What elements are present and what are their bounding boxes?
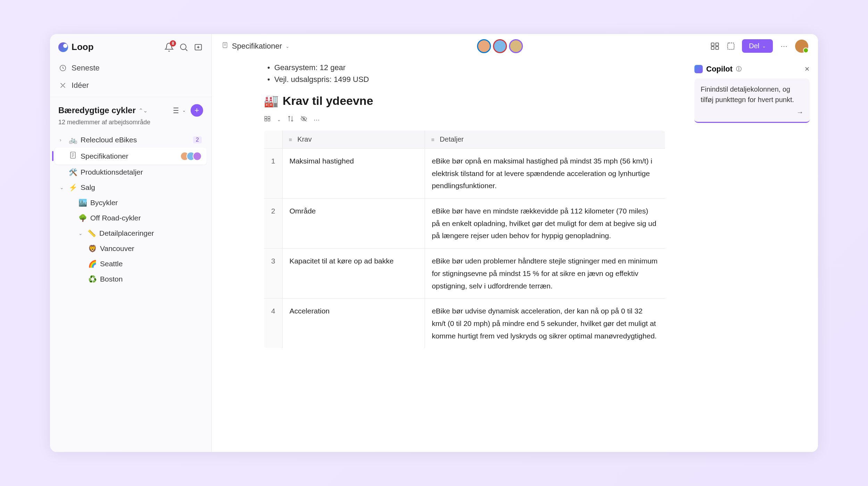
tree-relecloud[interactable]: › 🚲 Relecloud eBikes 2 (55, 132, 207, 148)
cell-detaljer[interactable]: eBike bør have en mindste rækkevidde på … (425, 199, 665, 249)
chevron-updown-icon: ⌃⌄ (139, 107, 148, 114)
row-number: 1 (264, 149, 283, 199)
cell-krav[interactable]: Maksimal hastighed (282, 149, 425, 199)
workspace-section: Bæredygtige cykler ⌃⌄ ⌄ + 12 medlemmer a… (50, 97, 211, 292)
rainbow-icon: 🌈 (88, 260, 97, 268)
component-button[interactable] (726, 41, 736, 51)
presence-avatar[interactable] (477, 39, 491, 53)
tree-item-label: Off Road-cykler (90, 214, 141, 222)
bolt-icon: ⚡ (69, 183, 77, 192)
table-row[interactable]: 3 Kapacitet til at køre op ad bakke eBik… (264, 249, 665, 299)
col-header-krav[interactable]: ≡ Krav (282, 131, 425, 149)
list-view-button[interactable]: ⌄ (172, 106, 186, 115)
tree-item-label: Specifikationer (81, 152, 128, 160)
row-number: 3 (264, 249, 283, 299)
tree-seattle[interactable]: 🌈 Seattle (55, 256, 207, 271)
lightbulb-icon (59, 82, 67, 89)
page-tree: › 🚲 Relecloud eBikes 2 Specifikationer (55, 131, 207, 288)
ruler-icon: 📏 (87, 229, 96, 237)
cell-detaljer[interactable]: eBike bør uden problemer håndtere stejle… (425, 249, 665, 299)
add-page-button[interactable]: + (191, 104, 203, 117)
copilot-title: Copilot (706, 65, 733, 74)
col-header-detaljer[interactable]: ≡ Detaljer (425, 131, 665, 149)
app-window: Loop 8 Seneste (50, 34, 818, 452)
nav-recent[interactable]: Seneste (53, 59, 208, 77)
tree-item-label: Bycykler (90, 199, 118, 207)
presence-avatar[interactable] (493, 39, 507, 53)
more-table-button[interactable]: ⋯ (314, 116, 320, 124)
presence-avatars (183, 152, 202, 161)
tree-item-label: Detailplaceringer (99, 229, 154, 237)
new-page-button[interactable] (193, 42, 203, 52)
breadcrumb-title: Specifikationer (232, 42, 282, 51)
document-icon (69, 151, 77, 161)
chevron-down-icon: ⌄ (60, 185, 65, 190)
table-row[interactable]: 1 Maksimal hastighed eBike bør opnå en m… (264, 149, 665, 199)
cell-krav[interactable]: Område (282, 199, 425, 249)
text-icon: ≡ (289, 137, 292, 143)
svg-rect-9 (728, 43, 734, 49)
submit-arrow-button[interactable]: → (796, 108, 803, 116)
tree-boston[interactable]: ♻️ Boston (55, 271, 207, 287)
app-logo-area[interactable]: Loop (58, 42, 94, 52)
tree-item-label: Seattle (100, 260, 123, 268)
search-button[interactable] (179, 42, 189, 52)
chevron-down-icon[interactable]: ⌄ (277, 117, 281, 122)
tools-icon: 🛠️ (69, 168, 77, 176)
presence-avatar[interactable] (509, 39, 523, 53)
section-heading: 🏭 Krav til ydeevne (264, 94, 665, 108)
chevron-down-icon: ⌄ (285, 43, 290, 49)
breadcrumb[interactable]: Specifikationer ⌄ (222, 42, 290, 51)
city-icon: 🏙️ (78, 199, 87, 207)
sort-button[interactable] (287, 115, 294, 124)
nav-ideas[interactable]: Idéer (53, 77, 208, 94)
row-number: 4 (264, 299, 283, 349)
close-button[interactable]: ✕ (804, 65, 810, 73)
visibility-button[interactable] (300, 115, 307, 124)
svg-rect-5 (711, 43, 714, 45)
svg-rect-8 (716, 47, 718, 49)
face-icon: 🦁 (88, 244, 97, 253)
workspace-switcher[interactable]: Bæredygtige cykler ⌃⌄ (58, 106, 148, 115)
nav-recent-label: Seneste (72, 64, 100, 73)
factory-icon: 🏭 (264, 94, 278, 108)
nav-ideas-label: Idéer (72, 81, 89, 90)
svg-rect-10 (265, 116, 267, 118)
requirements-table: ≡ Krav ≡ Detaljer 1 Maksimal hastighed e… (264, 130, 665, 349)
tree-item-label: Vancouver (100, 244, 134, 253)
sidebar: Loop 8 Seneste (50, 34, 212, 452)
tree-detail[interactable]: ⌄ 📏 Detailplaceringer (55, 226, 207, 241)
tree-vancouver[interactable]: 🦁 Vancouver (55, 241, 207, 256)
table-row[interactable]: 2 Område eBike bør have en mindste række… (264, 199, 665, 249)
cell-krav[interactable]: Kapacitet til at køre op ad bakke (282, 249, 425, 299)
tree-offroad[interactable]: 🌳 Off Road-cykler (55, 210, 207, 226)
share-button[interactable]: Del ⌄ (742, 39, 773, 53)
table-row[interactable]: 4 Acceleration eBike bør udvise dynamisk… (264, 299, 665, 349)
spec-bullets: Gearsystem: 12 gear Vejl. udsalgspris: 1… (264, 62, 665, 85)
recycle-icon: ♻️ (88, 275, 97, 283)
copilot-input[interactable]: Finindstil detaljekolonnen, og tilføj pu… (694, 78, 810, 123)
document-icon (222, 42, 228, 51)
tree-production[interactable]: 🛠️ Produktionsdetaljer (55, 165, 207, 180)
user-avatar[interactable] (795, 40, 808, 53)
copilot-panel: Copilot ⓘ ✕ Finindstil detaljekolonnen, … (686, 58, 818, 452)
svg-rect-13 (268, 119, 270, 121)
loop-logo-icon (58, 42, 68, 52)
keyboard-shortcuts-button[interactable] (710, 41, 720, 51)
cell-krav[interactable]: Acceleration (282, 299, 425, 349)
view-toggle-button[interactable] (264, 115, 271, 124)
copilot-prompt-text: Finindstil detaljekolonnen, og tilføj pu… (701, 84, 803, 105)
tree-salg[interactable]: ⌄ ⚡ Salg (55, 180, 207, 195)
cell-detaljer[interactable]: eBike bør opnå en maksimal hastighed på … (425, 149, 665, 199)
document-body[interactable]: Gearsystem: 12 gear Vejl. udsalgspris: 1… (212, 58, 686, 452)
info-icon[interactable]: ⓘ (736, 66, 742, 73)
notifications-button[interactable]: 8 (164, 42, 174, 52)
tree-bycykler[interactable]: 🏙️ Bycykler (55, 195, 207, 210)
more-button[interactable]: ⋯ (779, 41, 789, 51)
tree-specs[interactable]: Specifikationer (55, 148, 207, 165)
bike-icon: 🚲 (69, 136, 77, 144)
tree-item-label: Salg (81, 183, 95, 192)
sidebar-header: Loop 8 (50, 34, 211, 57)
cell-detaljer[interactable]: eBike bør udvise dynamisk acceleration, … (425, 299, 665, 349)
heading-text: Krav til ydeevne (283, 94, 373, 108)
